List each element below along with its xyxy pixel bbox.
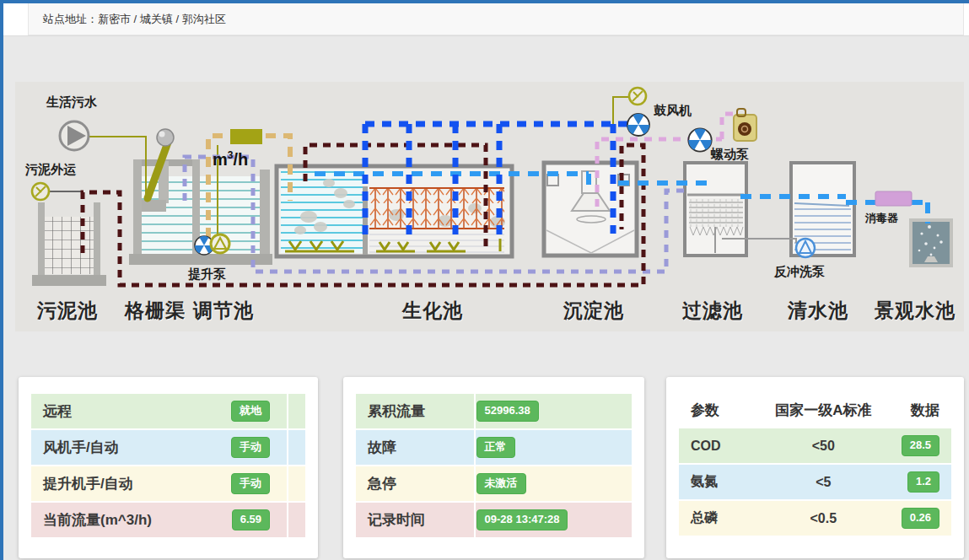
param-standard: <5 <box>758 475 889 490</box>
screen-channel-label: 格栅渠 <box>125 298 186 324</box>
sludge-out-valve-icon <box>32 183 49 200</box>
landscape-pool-label: 景观水池 <box>870 298 960 324</box>
disinfector-box <box>875 191 912 206</box>
value-badge[interactable]: 1.2 <box>907 471 939 492</box>
row-label: 记录时间 <box>368 510 476 530</box>
value-badge[interactable]: 6.59 <box>232 509 270 530</box>
column-header: 参数 <box>691 401 758 420</box>
peristaltic-pump-label: 螺动泵 <box>711 147 749 163</box>
param-standard: <50 <box>758 439 889 454</box>
row-label: 急停 <box>368 474 476 493</box>
status-badge[interactable]: 手动 <box>231 473 270 493</box>
disinfector-label: 消毒器 <box>865 211 898 226</box>
table-row: 累积流量 52996.38 <box>356 394 632 428</box>
site-address-box: 站点地址：新密市 / 城关镇 / 郭沟社区 <box>28 3 964 35</box>
water-quality-card: 参数 国家一级A标准 数据 COD <50 28.5 氨氮 <5 1.2 总磷 … <box>666 377 964 558</box>
table-row: 当前流量(m^3/h) 6.59 <box>31 503 305 537</box>
clear-water-tank-label: 清水池 <box>784 298 852 324</box>
influent-pump-icon <box>60 121 89 150</box>
biochemical-tank-label: 生化池 <box>400 298 466 324</box>
landscape-pool <box>911 220 951 266</box>
sludge-out-label: 污泥外运 <box>25 162 76 178</box>
row-label: 远程 <box>43 401 72 421</box>
param-name: 总磷 <box>691 509 758 527</box>
process-flow-svg <box>15 82 964 331</box>
value-badge[interactable]: 0.26 <box>902 508 939 528</box>
table-row: 记录时间 09-28 13:47:28 <box>356 503 632 537</box>
filter-tank-label: 过滤池 <box>678 298 747 324</box>
table-row: 故障 正常 <box>356 430 632 465</box>
table-row: 总磷 <0.5 0.26 <box>679 501 951 536</box>
blower-label: 鼓风机 <box>654 103 692 119</box>
breadcrumb: 站点地址：新密市 / 城关镇 / 郭沟社区 <box>29 3 963 35</box>
row-label: 当前流量(m^3/h) <box>43 510 152 530</box>
row-label: 风机手/自动 <box>43 438 119 457</box>
sedimentation-tank-label: 沉淀池 <box>560 298 627 324</box>
sludge-tank <box>32 202 106 286</box>
value-badge[interactable]: 28.5 <box>902 435 939 455</box>
left-accent-bar <box>0 0 3 560</box>
row-label: 提升机手/自动 <box>43 474 133 493</box>
page-header: 站点地址：新密市 / 城关镇 / 郭沟社区 <box>3 3 969 36</box>
table-row: 氨氮 <5 1.2 <box>679 465 951 499</box>
table-row: 风机手/自动 手动 <box>31 430 305 465</box>
flow-unit-label: m3/h <box>213 149 248 170</box>
status-badge[interactable]: 未激活 <box>476 473 526 493</box>
param-name: 氨氮 <box>691 473 758 491</box>
influent-label: 生活污水 <box>46 94 97 110</box>
param-standard: <0.5 <box>758 511 889 526</box>
table-row: COD <50 28.5 <box>679 428 951 463</box>
process-flow-diagram: 生活污水 污泥外运 m3/h 提升泵 鼓风机 螺动泵 反冲洗泵 消毒器 污泥池 … <box>15 82 964 331</box>
table-row: 远程 就地 <box>31 394 305 428</box>
backwash-pump-icon <box>796 239 815 257</box>
lift-pump-icon <box>211 234 229 253</box>
row-label: 累积流量 <box>368 401 476 421</box>
filter-tank <box>685 163 746 256</box>
blower-valve-icon <box>629 88 646 105</box>
peristaltic-pump-fan-icon <box>688 128 711 151</box>
table-row: 提升机手/自动 手动 <box>31 466 305 501</box>
backwash-pump-label: 反冲洗泵 <box>774 264 825 280</box>
status-badge[interactable]: 手动 <box>231 437 270 457</box>
lift-pump-label: 提升泵 <box>188 267 226 283</box>
table-header-row: 参数 国家一级A标准 数据 <box>679 394 951 426</box>
flow-meter <box>230 129 262 144</box>
regulating-tank-label: 调节池 <box>189 298 258 324</box>
timestamp-badge[interactable]: 09-28 13:47:28 <box>476 509 568 530</box>
status-badge[interactable]: 正常 <box>476 437 515 457</box>
status-badge[interactable]: 就地 <box>231 401 270 421</box>
table-row: 急停 未激活 <box>356 466 632 501</box>
status-panel-card: 累积流量 52996.38 故障 正常 急停 未激活 记录时间 09-28 13… <box>343 377 644 558</box>
row-label: 故障 <box>368 438 476 457</box>
dosing-container-icon <box>734 109 756 141</box>
value-badge[interactable]: 52996.38 <box>476 401 539 421</box>
blower-fan-icon <box>627 114 649 136</box>
param-name: COD <box>691 439 758 454</box>
sludge-tank-label: 污泥池 <box>32 298 103 324</box>
column-header: 数据 <box>889 401 939 420</box>
biochemical-tank <box>277 166 512 256</box>
control-panel-card: 远程 就地 风机手/自动 手动 提升机手/自动 手动 当前流量(m^3/h) 6… <box>19 377 318 558</box>
column-header: 国家一级A标准 <box>758 401 889 420</box>
top-accent-bar <box>0 0 969 3</box>
